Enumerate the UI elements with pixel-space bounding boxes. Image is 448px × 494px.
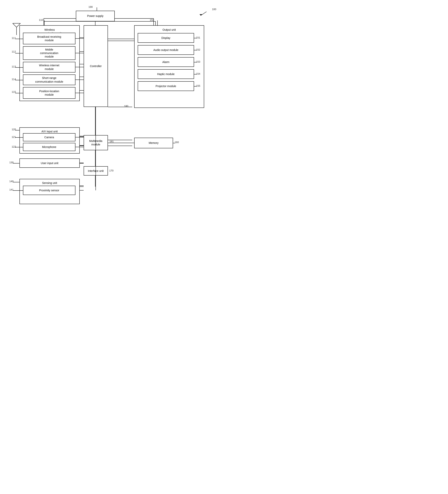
ref-151: 151	[196, 36, 200, 39]
ref-140: 140	[9, 180, 14, 183]
multimedia-label: Multimediamodule	[89, 139, 102, 146]
microphone-label: Microphone	[42, 145, 56, 149]
sensing-unit-label: Sensing unit	[21, 181, 78, 185]
microphone-box: Microphone	[23, 143, 75, 151]
haptic-label: Haptic module	[157, 72, 174, 76]
ref-141: 141	[9, 188, 14, 191]
memory-box: Memory	[134, 138, 173, 148]
audio-output-module-box: Audio output module	[138, 45, 194, 55]
ref-154: 154	[196, 72, 200, 75]
ref-152: 152	[196, 48, 200, 51]
controller-box: Controller	[84, 25, 108, 107]
user-input-label: User input unit	[41, 161, 58, 165]
short-range-label: Short-rangecommunication module	[35, 76, 63, 83]
ref-153: 153	[196, 60, 200, 63]
ref-170: 170	[109, 169, 113, 172]
audio-output-label: Audio output module	[153, 48, 178, 52]
proximity-label: Proximity sensor	[39, 189, 59, 192]
mobile-communication-module-box: Mobilecommunicationmodule	[23, 46, 75, 60]
controller-label: Controller	[90, 64, 102, 68]
ref-180: 180	[124, 105, 128, 108]
ref-181: 181	[110, 140, 114, 143]
position-label: Position-locationmodule	[39, 89, 59, 97]
mobile-label: Mobilecommunicationmodule	[40, 48, 58, 59]
camera-label: Camera	[44, 136, 54, 139]
multimedia-module-box: Multimediamodule	[84, 135, 108, 150]
ref-120: 120	[12, 128, 16, 131]
memory-label: Memory	[149, 141, 159, 145]
interface-unit-box: Interface unit	[84, 166, 108, 175]
user-input-unit-box: User input unit	[19, 159, 80, 168]
wireless-internet-module-box: Wireless internetmodule	[23, 62, 75, 73]
ref-122: 122	[12, 145, 16, 148]
interface-label: Interface unit	[88, 169, 104, 173]
wireless-internet-label: Wireless internetmodule	[39, 63, 59, 71]
ref-150: 150	[150, 18, 154, 21]
ref-100: 100	[212, 8, 216, 11]
proximity-sensor-box: Proximity sensor	[23, 186, 75, 195]
svg-line-24	[201, 12, 207, 15]
av-input-label: A/V input unit	[21, 129, 78, 133]
ref-190: 190	[88, 5, 93, 8]
power-supply-label: Power supply	[87, 14, 103, 18]
ref-155: 155	[196, 84, 200, 87]
svg-line-21	[13, 23, 16, 27]
display-label: Display	[162, 36, 170, 40]
ref-112: 112	[12, 50, 16, 53]
display-box: Display	[138, 33, 194, 43]
broadcast-receiving-module-box: Broadcast receivingmodule	[23, 33, 75, 44]
alarm-label: Alarm	[162, 60, 170, 64]
short-range-module-box: Short-rangecommunication module	[23, 74, 75, 85]
camera-box: Camera	[23, 133, 75, 141]
projector-module-box: Projector module	[138, 81, 194, 91]
haptic-module-box: Haptic module	[138, 69, 194, 79]
ref-130: 130	[9, 161, 14, 164]
power-supply-box: Power supply	[76, 11, 115, 21]
ref-160: 160	[174, 141, 179, 144]
broadcast-label: Broadcast receivingmodule	[37, 35, 61, 42]
position-location-module-box: Position-locationmodule	[23, 87, 75, 99]
alarm-box: Alarm	[138, 57, 194, 67]
ref-121: 121	[12, 136, 16, 138]
output-unit-label: Output unit	[136, 27, 202, 32]
projector-label: Projector module	[156, 84, 176, 88]
diagram: 100 190 Power supply 110 Wirelesscommuni…	[0, 0, 224, 247]
